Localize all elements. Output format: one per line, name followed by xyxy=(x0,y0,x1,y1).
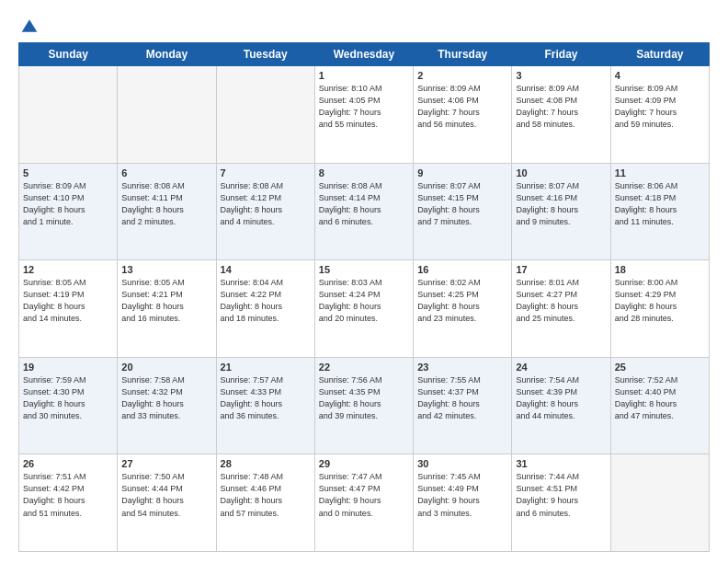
day-info: Sunrise: 8:09 AM Sunset: 4:06 PM Dayligh… xyxy=(417,83,507,131)
day-number: 18 xyxy=(615,264,705,275)
day-number: 4 xyxy=(615,70,705,81)
day-number: 7 xyxy=(221,167,311,178)
calendar-week-row: 12Sunrise: 8:05 AM Sunset: 4:19 PM Dayli… xyxy=(19,260,710,358)
logo xyxy=(18,17,39,35)
day-info: Sunrise: 8:07 AM Sunset: 4:16 PM Dayligh… xyxy=(516,180,606,228)
day-info: Sunrise: 8:08 AM Sunset: 4:11 PM Dayligh… xyxy=(121,180,211,228)
calendar-day-cell: 29Sunrise: 7:47 AM Sunset: 4:47 PM Dayli… xyxy=(314,454,413,552)
page: SundayMondayTuesdayWednesdayThursdayFrid… xyxy=(0,0,728,563)
calendar-day-cell: 5Sunrise: 8:09 AM Sunset: 4:10 PM Daylig… xyxy=(19,163,118,260)
day-info: Sunrise: 8:05 AM Sunset: 4:21 PM Dayligh… xyxy=(121,277,211,325)
day-number: 24 xyxy=(516,362,606,373)
day-number: 28 xyxy=(221,458,311,469)
day-info: Sunrise: 8:04 AM Sunset: 4:22 PM Dayligh… xyxy=(221,277,311,325)
day-number: 5 xyxy=(23,167,113,178)
calendar-week-row: 5Sunrise: 8:09 AM Sunset: 4:10 PM Daylig… xyxy=(19,163,710,260)
day-number: 19 xyxy=(23,362,113,373)
day-info: Sunrise: 8:03 AM Sunset: 4:24 PM Dayligh… xyxy=(319,277,409,325)
day-number: 21 xyxy=(221,362,311,373)
calendar-header-row: SundayMondayTuesdayWednesdayThursdayFrid… xyxy=(19,43,710,66)
day-number: 20 xyxy=(121,362,211,373)
calendar-day-cell xyxy=(610,454,709,552)
day-number: 3 xyxy=(516,70,606,81)
day-info: Sunrise: 8:09 AM Sunset: 4:09 PM Dayligh… xyxy=(615,83,705,131)
calendar-day-header: Thursday xyxy=(414,43,512,66)
day-number: 6 xyxy=(121,167,211,178)
calendar-week-row: 26Sunrise: 7:51 AM Sunset: 4:42 PM Dayli… xyxy=(19,454,710,552)
day-number: 25 xyxy=(615,362,705,373)
calendar-day-cell: 17Sunrise: 8:01 AM Sunset: 4:27 PM Dayli… xyxy=(512,260,610,358)
calendar-day-cell: 11Sunrise: 8:06 AM Sunset: 4:18 PM Dayli… xyxy=(610,163,709,260)
calendar-day-cell: 28Sunrise: 7:48 AM Sunset: 4:46 PM Dayli… xyxy=(216,454,314,552)
day-info: Sunrise: 8:10 AM Sunset: 4:05 PM Dayligh… xyxy=(319,83,409,131)
calendar-day-cell: 24Sunrise: 7:54 AM Sunset: 4:39 PM Dayli… xyxy=(512,357,610,454)
day-info: Sunrise: 7:59 AM Sunset: 4:30 PM Dayligh… xyxy=(23,374,113,422)
day-info: Sunrise: 7:54 AM Sunset: 4:39 PM Dayligh… xyxy=(516,374,606,422)
calendar-day-cell: 19Sunrise: 7:59 AM Sunset: 4:30 PM Dayli… xyxy=(19,357,118,454)
day-info: Sunrise: 7:52 AM Sunset: 4:40 PM Dayligh… xyxy=(615,374,705,422)
day-info: Sunrise: 7:45 AM Sunset: 4:49 PM Dayligh… xyxy=(417,471,507,519)
calendar-week-row: 1Sunrise: 8:10 AM Sunset: 4:05 PM Daylig… xyxy=(19,66,710,164)
calendar-day-cell: 27Sunrise: 7:50 AM Sunset: 4:44 PM Dayli… xyxy=(118,454,216,552)
day-info: Sunrise: 8:09 AM Sunset: 4:08 PM Dayligh… xyxy=(516,83,606,131)
calendar-day-cell: 7Sunrise: 8:08 AM Sunset: 4:12 PM Daylig… xyxy=(216,163,314,260)
day-number: 23 xyxy=(417,362,507,373)
day-number: 27 xyxy=(121,458,211,469)
day-number: 17 xyxy=(516,264,606,275)
day-info: Sunrise: 7:56 AM Sunset: 4:35 PM Dayligh… xyxy=(319,374,409,422)
calendar-day-cell: 31Sunrise: 7:44 AM Sunset: 4:51 PM Dayli… xyxy=(512,454,610,552)
calendar-day-cell: 21Sunrise: 7:57 AM Sunset: 4:33 PM Dayli… xyxy=(216,357,314,454)
day-number: 16 xyxy=(417,264,507,275)
calendar-day-cell: 30Sunrise: 7:45 AM Sunset: 4:49 PM Dayli… xyxy=(414,454,512,552)
day-info: Sunrise: 7:48 AM Sunset: 4:46 PM Dayligh… xyxy=(221,471,311,519)
day-number: 14 xyxy=(221,264,311,275)
day-info: Sunrise: 8:02 AM Sunset: 4:25 PM Dayligh… xyxy=(417,277,507,325)
header xyxy=(18,17,710,35)
day-info: Sunrise: 8:05 AM Sunset: 4:19 PM Dayligh… xyxy=(23,277,113,325)
calendar-day-header: Monday xyxy=(118,43,216,66)
day-info: Sunrise: 8:01 AM Sunset: 4:27 PM Dayligh… xyxy=(516,277,606,325)
day-number: 11 xyxy=(615,167,705,178)
calendar-day-cell: 3Sunrise: 8:09 AM Sunset: 4:08 PM Daylig… xyxy=(512,66,610,164)
day-info: Sunrise: 8:00 AM Sunset: 4:29 PM Dayligh… xyxy=(615,277,705,325)
day-number: 26 xyxy=(23,458,113,469)
calendar-day-cell: 15Sunrise: 8:03 AM Sunset: 4:24 PM Dayli… xyxy=(314,260,413,358)
calendar-day-cell: 20Sunrise: 7:58 AM Sunset: 4:32 PM Dayli… xyxy=(118,357,216,454)
calendar-day-cell: 9Sunrise: 8:07 AM Sunset: 4:15 PM Daylig… xyxy=(414,163,512,260)
day-info: Sunrise: 7:55 AM Sunset: 4:37 PM Dayligh… xyxy=(417,374,507,422)
day-info: Sunrise: 7:57 AM Sunset: 4:33 PM Dayligh… xyxy=(221,374,311,422)
calendar-day-cell: 10Sunrise: 8:07 AM Sunset: 4:16 PM Dayli… xyxy=(512,163,610,260)
svg-marker-0 xyxy=(22,19,38,31)
calendar-day-cell: 26Sunrise: 7:51 AM Sunset: 4:42 PM Dayli… xyxy=(19,454,118,552)
calendar-day-cell: 13Sunrise: 8:05 AM Sunset: 4:21 PM Dayli… xyxy=(118,260,216,358)
calendar-day-header: Saturday xyxy=(610,43,709,66)
day-number: 1 xyxy=(319,70,409,81)
calendar-week-row: 19Sunrise: 7:59 AM Sunset: 4:30 PM Dayli… xyxy=(19,357,710,454)
day-info: Sunrise: 8:06 AM Sunset: 4:18 PM Dayligh… xyxy=(615,180,705,228)
day-number: 30 xyxy=(417,458,507,469)
calendar-day-header: Friday xyxy=(512,43,610,66)
calendar-day-cell xyxy=(19,66,118,164)
day-info: Sunrise: 8:09 AM Sunset: 4:10 PM Dayligh… xyxy=(23,180,113,228)
day-number: 10 xyxy=(516,167,606,178)
day-number: 31 xyxy=(516,458,606,469)
day-number: 29 xyxy=(319,458,409,469)
calendar-day-header: Sunday xyxy=(19,43,118,66)
calendar-day-header: Wednesday xyxy=(314,43,413,66)
calendar-day-cell: 18Sunrise: 8:00 AM Sunset: 4:29 PM Dayli… xyxy=(610,260,709,358)
day-info: Sunrise: 7:51 AM Sunset: 4:42 PM Dayligh… xyxy=(23,471,113,519)
logo-icon xyxy=(20,17,39,35)
calendar-day-cell: 4Sunrise: 8:09 AM Sunset: 4:09 PM Daylig… xyxy=(610,66,709,164)
calendar-day-cell: 14Sunrise: 8:04 AM Sunset: 4:22 PM Dayli… xyxy=(216,260,314,358)
calendar-day-cell xyxy=(216,66,314,164)
day-info: Sunrise: 7:44 AM Sunset: 4:51 PM Dayligh… xyxy=(516,471,606,519)
calendar-day-cell: 23Sunrise: 7:55 AM Sunset: 4:37 PM Dayli… xyxy=(414,357,512,454)
calendar-day-cell: 12Sunrise: 8:05 AM Sunset: 4:19 PM Dayli… xyxy=(19,260,118,358)
day-number: 12 xyxy=(23,264,113,275)
calendar-day-cell: 25Sunrise: 7:52 AM Sunset: 4:40 PM Dayli… xyxy=(610,357,709,454)
day-number: 9 xyxy=(417,167,507,178)
calendar-day-cell: 22Sunrise: 7:56 AM Sunset: 4:35 PM Dayli… xyxy=(314,357,413,454)
calendar-day-cell: 6Sunrise: 8:08 AM Sunset: 4:11 PM Daylig… xyxy=(118,163,216,260)
day-number: 22 xyxy=(319,362,409,373)
day-number: 8 xyxy=(319,167,409,178)
